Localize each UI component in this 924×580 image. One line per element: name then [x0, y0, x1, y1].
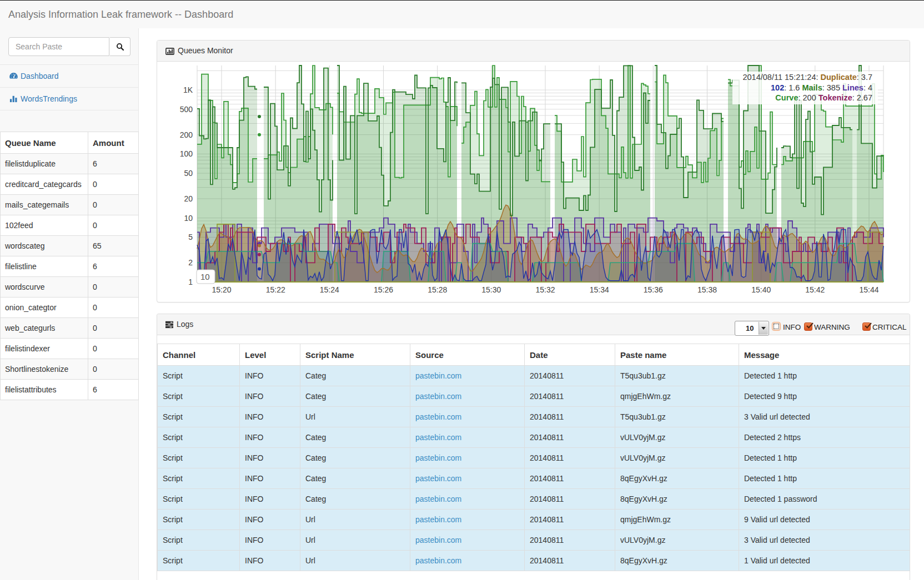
- svg-text:5: 5: [188, 233, 193, 241]
- svg-text:10: 10: [184, 214, 193, 223]
- svg-text:15:36: 15:36: [644, 285, 663, 294]
- svg-text:15:22: 15:22: [266, 285, 285, 294]
- svg-text:15:30: 15:30: [481, 285, 501, 294]
- svg-text:15:44: 15:44: [859, 285, 878, 294]
- svg-text:200: 200: [180, 130, 193, 139]
- svg-text:1: 1: [188, 278, 193, 286]
- svg-text:Curve: 200 Tokenize: 2.67: Curve: 200 Tokenize: 2.67: [775, 93, 872, 102]
- svg-text:500: 500: [180, 105, 193, 114]
- svg-text:15:26: 15:26: [374, 285, 393, 294]
- svg-text:2: 2: [188, 258, 193, 267]
- svg-text:100: 100: [180, 149, 193, 158]
- svg-text:15:40: 15:40: [751, 285, 771, 294]
- svg-text:1K: 1K: [183, 85, 193, 94]
- svg-text:20: 20: [184, 194, 193, 203]
- svg-text:15:28: 15:28: [428, 285, 447, 294]
- svg-text:15:38: 15:38: [697, 285, 717, 294]
- svg-text:50: 50: [184, 169, 193, 178]
- svg-text:2014/08/11 15:21:24: Duplicate: 2014/08/11 15:21:24: Duplicate: 3.7: [742, 73, 872, 82]
- svg-text:15:42: 15:42: [805, 285, 825, 294]
- svg-text:15:24: 15:24: [320, 285, 339, 294]
- svg-text:15:32: 15:32: [535, 285, 555, 294]
- svg-text:10: 10: [200, 272, 210, 281]
- svg-text:15:34: 15:34: [590, 285, 609, 294]
- svg-text:15:20: 15:20: [212, 285, 231, 294]
- svg-text:102: 1.6 Mails: 385 Lines: 4: 102: 1.6 Mails: 385 Lines: 4: [771, 83, 872, 92]
